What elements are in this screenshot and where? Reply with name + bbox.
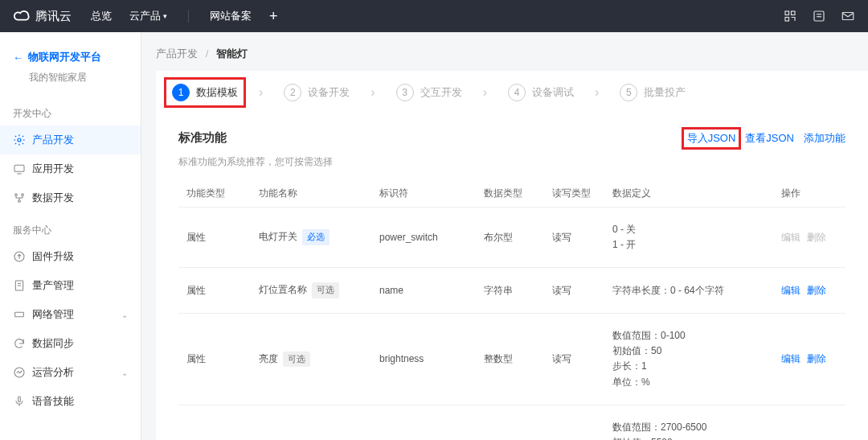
sidebar-item-app-dev[interactable]: 应用开发 [0,154,141,183]
cell-rw: 读写 [544,314,604,405]
mic-icon [13,395,26,408]
cell-rw: 读写 [544,268,604,314]
cell-actions: 编辑删除 [773,405,845,440]
breadcrumb-parent[interactable]: 产品开发 [156,47,198,60]
topbar-right [783,9,855,23]
step-1[interactable]: 1 数据模板 [164,77,246,108]
sidebar-item-product-dev[interactable]: 产品开发 [0,125,141,154]
tag: 可选 [312,282,339,298]
table-row: 属性灯位置名称可选name字符串读写字符串长度：0 - 64个字符编辑删除 [178,268,845,314]
nav-add[interactable]: + [269,8,278,25]
cell-name: 灯位置名称可选 [251,268,371,314]
svg-rect-3 [814,11,824,21]
svg-point-7 [18,138,21,142]
brand-text: 腾讯云 [35,9,72,24]
step-num: 4 [508,84,526,101]
step-arrow-icon: › [483,85,487,100]
sidebar-item-analytics[interactable]: 运营分析 ⌄ [0,358,141,387]
col-type: 功能类型 [178,180,251,208]
list-icon[interactable] [812,9,826,23]
sidebar: ← 物联网开发平台 我的智能家居 开发中心 产品开发 应用开发 数据开发 服务中… [0,32,141,440]
svg-rect-17 [15,312,24,316]
mail-icon[interactable] [841,9,855,23]
tag: 必选 [302,229,330,245]
cell-datatype: 整数型 [476,405,544,440]
cell-identifier: power_switch [371,208,476,268]
svg-point-11 [22,194,24,196]
sidebar-item-data-sync[interactable]: 数据同步 [0,329,141,358]
flow-icon [13,191,26,204]
step-3[interactable]: 3 交互开发 [396,84,462,101]
col-actions: 操作 [773,180,845,208]
import-json-link[interactable]: 导入JSON [687,132,736,144]
cell-datatype: 布尔型 [476,208,544,268]
table-row: 属性电灯开关必选power_switch布尔型读写0 - 关 1 - 开编辑删除 [178,208,845,268]
sidebar-item-network[interactable]: 网络管理 ⌄ [0,300,141,329]
top-nav: 总览 云产品 ▾ 网站备案 + [91,8,278,25]
step-bar: 1 数据模板 › 2 设备开发 › 3 交互开发 › 4 设备调试 › 5 批量… [156,71,868,114]
sidebar-back-label: 物联网开发平台 [28,50,101,64]
step-label: 批量投产 [644,85,686,100]
sidebar-item-label: 语音技能 [32,394,74,409]
step-label: 交互开发 [420,85,462,100]
step-arrow-icon: › [595,85,599,100]
upgrade-icon [13,250,26,263]
cell-datatype: 字符串 [476,268,544,314]
svg-rect-1 [792,11,796,15]
back-arrow-icon: ← [13,51,23,64]
section-title: 标准功能 [178,130,227,146]
cell-def: 数值范围：2700-6500 初始值：5500 步长：10 单位：k [604,405,773,440]
cell-actions: 编辑删除 [773,208,845,268]
sidebar-item-label: 数据开发 [32,191,74,205]
step-label: 设备开发 [308,85,350,100]
brand-logo[interactable]: 腾讯云 [13,7,72,25]
sidebar-item-label: 应用开发 [32,162,74,176]
cloud-icon [13,7,31,25]
scan-icon[interactable] [783,9,797,23]
svg-point-12 [18,200,21,203]
sidebar-project-name: 我的智能家居 [0,68,141,96]
section-header: 标准功能 导入JSON 查看JSON 添加功能 [178,122,845,150]
delete-link[interactable]: 删除 [807,353,826,364]
view-json-link[interactable]: 查看JSON [745,131,794,146]
chevron-down-icon: ▾ [163,12,167,20]
nav-products[interactable]: 云产品 ▾ [129,9,167,23]
svg-rect-21 [18,397,21,402]
sidebar-item-firmware[interactable]: 固件升级 [0,242,141,271]
cell-identifier: brightness [371,314,476,405]
col-identifier: 标识符 [371,180,476,208]
sidebar-item-data-dev[interactable]: 数据开发 [0,183,141,212]
section-standard-features: 标准功能 导入JSON 查看JSON 添加功能 标准功能为系统推荐，您可按需选择… [156,114,868,440]
network-icon [13,308,26,321]
sidebar-item-label: 固件升级 [32,249,74,264]
cell-identifier: color_temp [371,405,476,440]
svg-rect-8 [14,165,24,171]
panel: 1 数据模板 › 2 设备开发 › 3 交互开发 › 4 设备调试 › 5 批量… [156,71,868,440]
step-arrow-icon: › [371,85,375,100]
sidebar-back[interactable]: ← 物联网开发平台 [0,47,141,68]
step-num: 1 [172,84,190,101]
col-rw: 读写类型 [544,180,604,208]
svg-rect-2 [785,18,789,22]
step-label: 设备调试 [532,85,574,100]
delete-link[interactable]: 删除 [807,285,826,296]
add-feature-link[interactable]: 添加功能 [804,131,845,146]
cell-identifier: name [371,268,476,314]
sidebar-item-voice[interactable]: 语音技能 [0,387,141,416]
nav-overview[interactable]: 总览 [91,9,112,23]
step-5[interactable]: 5 批量投产 [620,84,686,101]
main: 产品开发 / 智能灯 1 数据模板 › 2 设备开发 › 3 交互开发 › 4 … [141,32,868,440]
edit-link[interactable]: 编辑 [781,353,800,364]
nav-icp[interactable]: 网站备案 [210,9,252,23]
edit-link[interactable]: 编辑 [781,285,800,296]
sidebar-item-label: 产品开发 [32,133,74,147]
svg-rect-0 [785,11,789,15]
delete-link: 删除 [807,232,826,243]
sidebar-group-service: 服务中心 [0,212,141,242]
table-header-row: 功能类型 功能名称 标识符 数据类型 读写类型 数据定义 操作 [178,180,845,208]
sidebar-item-mass-prod[interactable]: 量产管理 [0,271,141,300]
svg-point-10 [15,194,18,196]
table-row: 属性色温可选color_temp整数型读写数值范围：2700-6500 初始值：… [178,405,845,440]
step-2[interactable]: 2 设备开发 [284,84,350,101]
step-4[interactable]: 4 设备调试 [508,84,574,101]
